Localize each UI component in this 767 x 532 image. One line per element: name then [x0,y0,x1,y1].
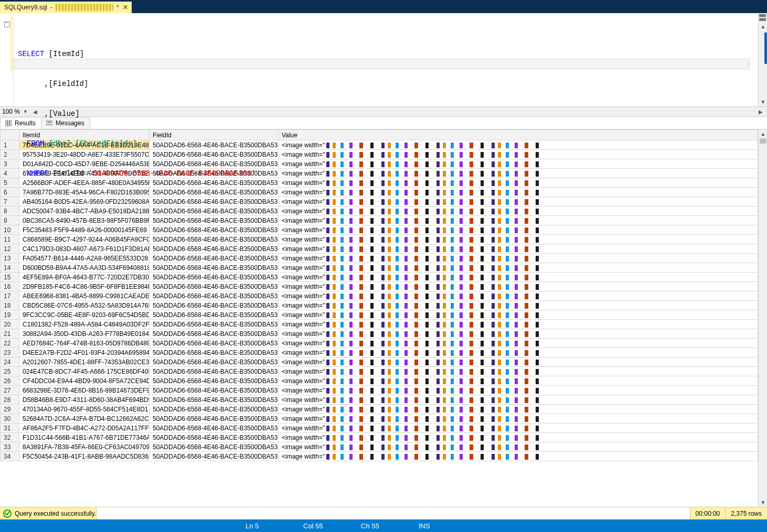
cell-itemid[interactable]: 8A3891FA-7B38-45FA-86E0-CF63AC049709 [19,442,150,452]
cell-value[interactable]: <image width=" [279,405,758,414]
cell-itemid[interactable]: D01A842D-C0CD-45D7-9EBE-D254446A53B4 [19,159,150,169]
editor-vertical-scrollbar[interactable]: ▲ ▼ [758,13,767,106]
row-number[interactable]: 24 [1,357,19,367]
table-row[interactable]: 20C1801382-F528-489A-A584-C4849A03DF2F50… [1,320,758,329]
cell-itemid[interactable]: 7A96B77D-883E-45A4-96CA-F802D163B095 [19,188,150,197]
table-row[interactable]: 26CF4DDC04-E9A4-4BD9-9004-8F5A72CE94D450… [1,376,758,386]
results-grid[interactable]: ItemId FieldId Value 17D4EEB9E-01DC-4AA4… [0,129,758,507]
cell-itemid[interactable]: F1D31C44-566B-41B1-A767-6B71DE77346A [19,433,150,442]
row-number[interactable]: 25 [1,367,19,376]
row-number[interactable]: 22 [1,339,19,348]
cell-value[interactable]: <image width=" [279,348,758,357]
table-row[interactable]: 5A2566B0F-ADEF-4EEA-885F-480E0A34955D50A… [1,178,758,188]
cell-itemid[interactable]: 6683298E-3D76-4E6D-8B16-89B14673DEF9 [19,386,150,395]
cell-fieldid[interactable]: 50ADDAD6-6568-4E46-BACE-B3500DBA5364 [150,216,279,225]
cell-itemid[interactable]: C4C179D3-083D-4607-A673-F61D1F3D81AD [19,244,150,254]
cell-fieldid[interactable]: 50ADDAD6-6568-4E46-BACE-B3500DBA5364 [150,310,279,320]
row-number[interactable]: 10 [1,225,19,235]
table-row[interactable]: 29470134A0-9670-455F-8D55-584CF514E8D150… [1,405,758,414]
cell-itemid[interactable]: 30882A94-350D-43DB-A263-F778B49E0184 [19,329,150,339]
cell-itemid[interactable]: 024E47CB-8DC7-4F45-A666-175CE86DF40E [19,367,150,376]
cell-value[interactable]: <image width=" [279,244,758,254]
cell-fieldid[interactable]: 50ADDAD6-6568-4E46-BACE-B3500DBA5364 [150,197,279,207]
cell-value[interactable]: <image width=" [279,291,758,301]
table-row[interactable]: 3052684A7D-2C6A-42FA-B7D4-BC12662A62C050… [1,414,758,424]
cell-fieldid[interactable]: 50ADDAD6-6568-4E46-BACE-B3500DBA5364 [150,386,279,395]
cell-fieldid[interactable]: 50ADDAD6-6568-4E46-BACE-B3500DBA5364 [150,414,279,424]
cell-itemid[interactable]: CF4DDC04-E9A4-4BD9-9004-8F5A72CE94D4 [19,376,150,386]
cell-fieldid[interactable]: 50ADDAD6-6568-4E46-BACE-B3500DBA5364 [150,254,279,263]
cell-fieldid[interactable]: 50ADDAD6-6568-4E46-BACE-B3500DBA5364 [150,244,279,254]
cell-itemid[interactable]: AB405164-B0D5-42EA-9569-0FD23259608A [19,197,150,207]
table-row[interactable]: 24A2012607-7855-4DE1-88FF-74353AB02CE350… [1,357,758,367]
row-number[interactable]: 23 [1,348,19,357]
scroll-up-icon[interactable]: ▲ [759,22,767,31]
row-number[interactable]: 14 [1,263,19,273]
table-row[interactable]: 14D600BD59-B9A4-47A5-AA3D-534F6940881850… [1,263,758,273]
row-number[interactable]: 21 [1,329,19,339]
row-number[interactable]: 20 [1,320,19,329]
cell-itemid[interactable]: 4EF5E89A-BF0A-4643-B77C-720D2E7DB301 [19,273,150,282]
row-number[interactable]: 29 [1,405,19,414]
row-number[interactable]: 28 [1,395,19,405]
row-number[interactable]: 26 [1,376,19,386]
cell-value[interactable]: <image width=" [279,225,758,235]
table-row[interactable]: 154EF5E89A-BF0A-4643-B77C-720D2E7DB30150… [1,273,758,282]
cell-itemid[interactable]: C868589E-B9C7-4297-9244-A06B45FA9CF0 [19,235,150,244]
cell-fieldid[interactable]: 50ADDAD6-6568-4E46-BACE-B3500DBA5364 [150,235,279,244]
row-number[interactable]: 6 [1,188,19,197]
cell-fieldid[interactable]: 50ADDAD6-6568-4E46-BACE-B3500DBA5364 [150,301,279,310]
cell-itemid[interactable]: F5C35483-F5F9-4489-8A26-00000145FE69 [19,225,150,235]
cell-itemid[interactable]: FA054577-B614-4446-A2A8-965EE5533D28 [19,254,150,263]
row-number[interactable]: 9 [1,216,19,225]
cell-fieldid[interactable]: 50ADDAD6-6568-4E46-BACE-B3500DBA5364 [150,159,279,169]
cell-itemid[interactable]: AF86A2F5-F7FD-4B4C-A272-D05A2A117FFF [19,424,150,433]
collapse-region-icon[interactable] [3,20,10,28]
table-row[interactable]: 28D58B46B8-E9D7-4311-8D60-38AB4F694BD950… [1,395,758,405]
table-row[interactable]: 22AED7684C-764F-474B-8163-05D9786DB48950… [1,339,758,348]
table-row[interactable]: 11C868589E-B9C7-4297-9244-A06B45FA9CF050… [1,235,758,244]
grid-vertical-scrollbar[interactable]: ▲ ▼ [758,129,767,507]
cell-itemid[interactable]: D4EE2A7B-F2D2-4F01-93F4-20394A695894 [19,348,150,357]
row-number[interactable]: 17 [1,291,19,301]
table-row[interactable]: 8ADC50047-93B4-4BC7-ABA9-E5018DA2188350A… [1,207,758,216]
row-number[interactable]: 11 [1,235,19,244]
table-row[interactable]: 276683298E-3D76-4E6D-8B16-89B14673DEF950… [1,386,758,395]
split-pane-icon[interactable] [758,13,767,22]
row-number[interactable]: 19 [1,310,19,320]
grid-header-rownumber[interactable] [1,130,19,140]
cell-value[interactable]: <image width=" [279,150,758,159]
table-row[interactable]: 10F5C35483-F5F9-4489-8A26-00000145FE6950… [1,225,758,235]
row-number[interactable]: 31 [1,424,19,433]
cell-itemid[interactable]: AED7684C-764F-474B-8163-05D9786DB489 [19,339,150,348]
table-row[interactable]: 12C4C179D3-083D-4607-A673-F61D1F3D81AD50… [1,244,758,254]
table-row[interactable]: 34F5C50454-243B-41F1-8ABB-98AADC5D836A50… [1,452,758,461]
cell-fieldid[interactable]: 50ADDAD6-6568-4E46-BACE-B3500DBA5364 [150,282,279,291]
cell-value[interactable]: <image width=" [279,216,758,225]
cell-fieldid[interactable]: 50ADDAD6-6568-4E46-BACE-B3500DBA5364 [150,367,279,376]
cell-fieldid[interactable]: 50ADDAD6-6568-4E46-BACE-B3500DBA5364 [150,273,279,282]
scroll-down-icon[interactable]: ▼ [759,498,767,507]
cell-value[interactable]: <image width=" [279,376,758,386]
row-number[interactable]: 8 [1,207,19,216]
cell-fieldid[interactable]: 50ADDAD6-6568-4E46-BACE-B3500DBA5364 [150,452,279,461]
cell-fieldid[interactable]: 50ADDAD6-6568-4E46-BACE-B3500DBA5364 [150,178,279,188]
cell-fieldid[interactable]: 50ADDAD6-6568-4E46-BACE-B3500DBA5364 [150,376,279,386]
scroll-up-icon[interactable]: ▲ [759,129,767,138]
cell-fieldid[interactable]: 50ADDAD6-6568-4E46-BACE-B3500DBA5364 [150,320,279,329]
cell-itemid[interactable]: 95753419-3E20-48DD-A8E7-433E73F5507C [19,150,150,159]
table-row[interactable]: 25024E47CB-8DC7-4F45-A666-175CE86DF40E50… [1,367,758,376]
row-number[interactable]: 30 [1,414,19,424]
table-row[interactable]: 67A96B77D-883E-45A4-96CA-F802D163B09550A… [1,188,758,197]
cell-value[interactable]: <image width=" [279,424,758,433]
row-number[interactable]: 12 [1,244,19,254]
row-number[interactable]: 27 [1,386,19,395]
cell-value[interactable]: <image width=" [279,367,758,376]
table-row[interactable]: 338A3891FA-7B38-45FA-86E0-CF63AC04970950… [1,442,758,452]
cell-value[interactable]: <image width=" [279,442,758,452]
cell-fieldid[interactable]: 50ADDAD6-6568-4E46-BACE-B3500DBA5364 [150,225,279,235]
zoom-level[interactable]: 100 % [2,108,20,115]
row-number[interactable]: 4 [1,169,19,178]
row-number[interactable]: 7 [1,197,19,207]
cell-value[interactable]: <image width=" [279,197,758,207]
